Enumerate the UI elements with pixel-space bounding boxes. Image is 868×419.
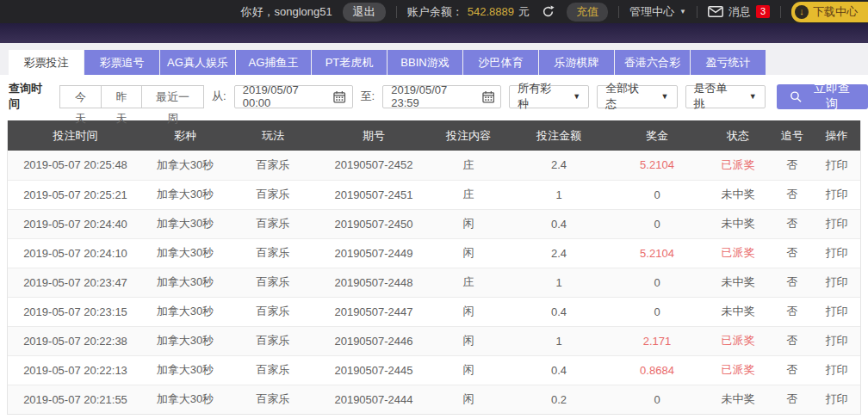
cell-time: 2019-05-07 20:24:40 — [8, 209, 143, 238]
cell-play: 百家乐 — [227, 385, 319, 414]
from-label: 从: — [212, 89, 226, 104]
cell-action[interactable]: 打印 — [813, 180, 860, 209]
chevron-down-icon: ▼ — [661, 92, 669, 101]
today-button[interactable]: 今天 — [59, 85, 101, 108]
cell-content: 闲 — [429, 209, 508, 238]
tab-item-2[interactable]: AG真人娱乐 — [160, 50, 235, 75]
cell-prize: 0 — [610, 268, 704, 297]
recharge-button[interactable]: 充值 — [567, 3, 608, 22]
cell-content: 庄 — [429, 268, 508, 297]
divider — [780, 6, 781, 18]
cell-prize: 5.2104 — [610, 151, 704, 180]
cell-content: 闲 — [429, 355, 508, 385]
cell-time: 2019-05-07 20:25:48 — [8, 151, 143, 180]
cell-amount: 0.4 — [508, 355, 610, 385]
cell-prize: 5.2104 — [610, 238, 704, 268]
table-body: 2019-05-07 20:25:48加拿大30秒百家乐20190507-245… — [8, 151, 860, 414]
from-datetime-input[interactable]: 2019/05/07 00:00 — [234, 85, 353, 108]
download-center-button[interactable]: ↓ 下载中心 — [791, 2, 868, 22]
cell-play: 百家乐 — [227, 209, 319, 238]
cell-action[interactable]: 打印 — [813, 385, 860, 414]
tab-item-8[interactable]: 香港六合彩 — [615, 50, 690, 75]
admin-center-menu[interactable]: 管理中心 ▼ — [629, 4, 686, 20]
cell-status: 未中奖 — [704, 209, 772, 238]
single-pick-select[interactable]: 是否单挑 ▼ — [685, 85, 766, 108]
table-row: 2019-05-07 20:25:21加拿大30秒百家乐20190507-245… — [8, 180, 860, 209]
cell-lottery: 加拿大30秒 — [143, 326, 227, 355]
cell-prize: 0 — [610, 209, 704, 238]
tab-item-1[interactable]: 彩票追号 — [84, 50, 159, 75]
cell-content: 闲 — [429, 326, 508, 355]
cell-action[interactable]: 打印 — [813, 238, 860, 268]
table-row: 2019-05-07 20:22:38加拿大30秒百家乐20190507-244… — [8, 326, 860, 355]
status-select[interactable]: 全部状态 ▼ — [597, 85, 677, 108]
to-label: 至: — [361, 89, 375, 104]
cell-chase: 否 — [772, 268, 813, 297]
divider — [618, 6, 619, 18]
calendar-icon[interactable] — [333, 90, 345, 103]
column-header: 投注金额 — [508, 120, 610, 151]
admin-center-label: 管理中心 — [629, 4, 674, 20]
tab-item-7[interactable]: 乐游棋牌 — [539, 50, 614, 75]
download-icon: ↓ — [795, 5, 809, 19]
messages-menu[interactable]: 消息 3 — [708, 4, 770, 20]
tab-item-3[interactable]: AG捕鱼王 — [236, 50, 311, 75]
tab-item-6[interactable]: 沙巴体育 — [463, 50, 538, 75]
last-week-button[interactable]: 最近一周 — [142, 85, 204, 108]
tab-item-9[interactable]: 盈亏统计 — [691, 50, 766, 75]
divider — [396, 6, 397, 18]
cell-status: 已派奖 — [704, 151, 772, 180]
cell-content: 庄 — [429, 151, 508, 180]
divider — [697, 6, 698, 18]
cell-status: 未中奖 — [704, 385, 772, 414]
cell-time: 2019-05-07 20:23:47 — [8, 268, 143, 297]
cell-action[interactable]: 打印 — [813, 268, 860, 297]
calendar-icon[interactable] — [482, 90, 494, 103]
single-pick-value: 是否单挑 — [694, 81, 736, 112]
yesterday-button[interactable]: 昨天 — [102, 85, 142, 108]
to-datetime-input[interactable]: 2019/05/07 23:59 — [382, 85, 501, 108]
tab-item-0[interactable]: 彩票投注 — [9, 50, 84, 75]
table-row: 2019-05-07 20:25:48加拿大30秒百家乐20190507-245… — [8, 151, 860, 180]
column-header: 投注内容 — [429, 120, 508, 151]
tab-bar: 彩票投注彩票追号AG真人娱乐AG捕鱼王PT老虎机BBIN游戏沙巴体育乐游棋牌香港… — [0, 43, 868, 75]
cell-issue: 20190507-2451 — [319, 180, 429, 209]
cell-play: 百家乐 — [227, 326, 319, 355]
query-toolbar: 查询时间 今天 昨天 最近一周 从: 2019/05/07 00:00 至: 2… — [0, 75, 868, 118]
cell-action[interactable]: 打印 — [813, 209, 860, 238]
cell-status: 未中奖 — [704, 180, 772, 209]
cell-issue: 20190507-2446 — [319, 326, 429, 355]
account-balance: 账户余额： 542.8889 元 — [407, 4, 530, 20]
cell-action[interactable]: 打印 — [813, 297, 860, 326]
cell-play: 百家乐 — [227, 238, 319, 268]
cell-lottery: 加拿大30秒 — [143, 385, 227, 414]
cell-status: 未中奖 — [704, 268, 772, 297]
cell-action[interactable]: 打印 — [813, 355, 860, 385]
refresh-balance-icon[interactable] — [542, 5, 555, 18]
tab-item-4[interactable]: PT老虎机 — [312, 50, 387, 75]
cell-prize: 2.171 — [610, 326, 704, 355]
download-center-label: 下载中心 — [813, 4, 858, 20]
cell-time: 2019-05-07 20:21:55 — [8, 385, 143, 414]
cell-status: 已派奖 — [704, 238, 772, 268]
cell-status: 已派奖 — [704, 355, 772, 385]
cell-chase: 否 — [772, 151, 813, 180]
cell-action[interactable]: 打印 — [813, 151, 860, 180]
cell-time: 2019-05-07 20:22:38 — [8, 326, 143, 355]
quick-range-group: 今天 昨天 最近一周 — [59, 85, 204, 108]
search-button[interactable]: 立即查询 — [777, 84, 868, 109]
cell-action[interactable]: 打印 — [813, 326, 860, 355]
cell-chase: 否 — [772, 326, 813, 355]
table-row: 2019-05-07 20:24:10加拿大30秒百家乐20190507-244… — [8, 238, 860, 268]
cell-play: 百家乐 — [227, 355, 319, 385]
balance-label: 账户余额： — [407, 4, 463, 20]
cell-amount: 2.4 — [508, 238, 610, 268]
search-button-label: 立即查询 — [809, 81, 855, 112]
cell-content: 庄 — [429, 180, 508, 209]
search-icon — [790, 90, 802, 103]
table-row: 2019-05-07 20:22:13加拿大30秒百家乐20190507-244… — [8, 355, 860, 385]
lottery-type-select[interactable]: 所有彩种 ▼ — [509, 85, 589, 108]
tab-item-5[interactable]: BBIN游戏 — [388, 50, 462, 75]
logout-button[interactable]: 退出 — [343, 3, 386, 22]
cell-status: 已派奖 — [704, 326, 772, 355]
